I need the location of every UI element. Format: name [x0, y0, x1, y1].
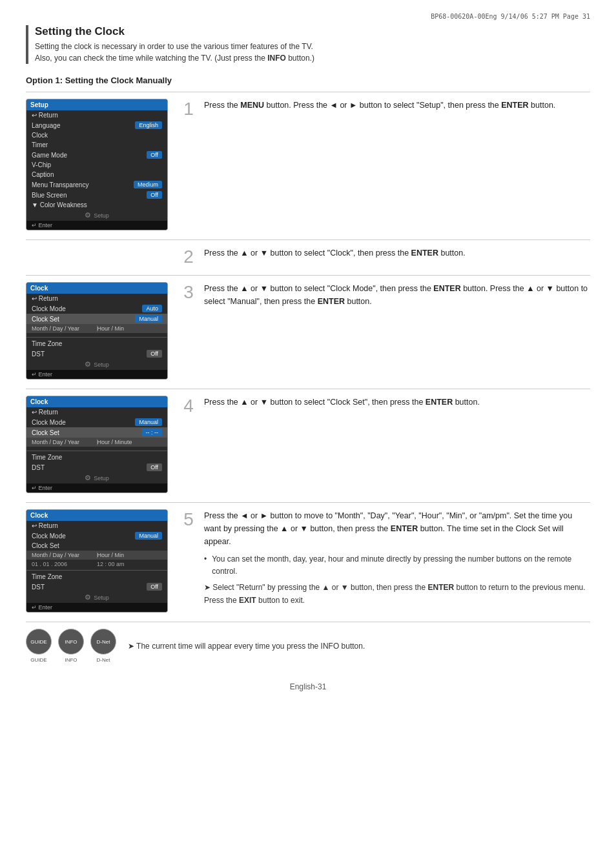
option-heading: Option 1: Setting the Clock Manually [26, 76, 590, 85]
remote-btn-group-d-net: D-NetD-Net [90, 629, 116, 663]
step-text-4: Press the ▲ or ▼ button to select "Clock… [204, 396, 590, 415]
tv-screen-3: Clock↩ ReturnClock ModeAutoClock SetManu… [26, 282, 168, 380]
step-number-2: 2 [180, 247, 198, 266]
remote-btn-guide[interactable]: GUIDE [26, 629, 52, 655]
steps-container: Setup↩ ReturnLanguageEnglishClockTimerGa… [26, 92, 590, 613]
remote-btn-d-net[interactable]: D-Net [90, 629, 116, 655]
tv-screen-4: Clock↩ ReturnClock ModeManualClock Set--… [26, 396, 168, 493]
step-text-5: Press the ◄ or ► button to move to "Mont… [204, 509, 590, 607]
step-text-3: Press the ▲ or ▼ button to select "Clock… [204, 282, 590, 308]
page-header-meta: BP68-00620A-00Eng 9/14/06 5:27 PM Page 3… [26, 13, 590, 20]
remote-btn-info[interactable]: INFO [58, 629, 84, 655]
remote-btn-group-info: INFOINFO [58, 629, 84, 663]
page-footer: English-31 [26, 682, 590, 691]
step-number-3: 3 [180, 282, 198, 308]
remote-btn-group-guide: GUIDEGUIDE [26, 629, 52, 663]
tv-screen-1: Setup↩ ReturnLanguageEnglishClockTimerGa… [26, 99, 168, 230]
section-title-bar: Setting the Clock Setting the clock is n… [26, 25, 590, 64]
step-notes-5: You can set the month, day, year, hour a… [204, 553, 590, 607]
step-row-4: Clock↩ ReturnClock ModeManualClock Set--… [26, 389, 590, 493]
remote-note: ➤ The current time will appear every tim… [128, 642, 365, 651]
section-title: Setting the Clock [35, 25, 590, 38]
step-row-2: 2Press the ▲ or ▼ button to select "Cloc… [26, 239, 590, 266]
section-desc-line1: Setting the clock is necessary in order … [35, 41, 590, 52]
step-number-1: 1 [180, 99, 198, 118]
step-number-5: 5 [180, 509, 198, 607]
step-text-2: Press the ▲ or ▼ button to select "Clock… [204, 247, 590, 266]
step-row-1: Setup↩ ReturnLanguageEnglishClockTimerGa… [26, 92, 590, 230]
step-row-3: Clock↩ ReturnClock ModeAutoClock SetManu… [26, 275, 590, 380]
remote-buttons: GUIDEGUIDEINFOINFOD-NetD-Net [26, 629, 116, 663]
step-row-5: Clock↩ ReturnClock ModeManualClock SetMo… [26, 502, 590, 613]
section-desc-line2: Also, you can check the time while watch… [35, 52, 590, 64]
remote-row: GUIDEGUIDEINFOINFOD-NetD-Net ➤ The curre… [26, 622, 590, 663]
step-number-4: 4 [180, 396, 198, 415]
tv-screen-5: Clock↩ ReturnClock ModeManualClock SetMo… [26, 509, 168, 613]
step-text-1: Press the MENU button. Press the ◄ or ► … [204, 99, 590, 118]
